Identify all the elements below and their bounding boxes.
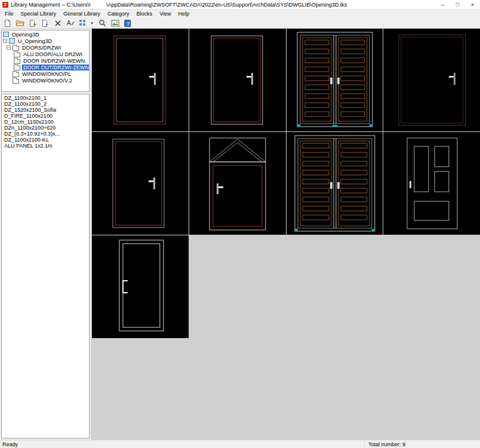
folder-icon xyxy=(14,66,20,70)
find-glyph xyxy=(99,19,106,27)
door-drawing xyxy=(383,132,480,235)
close-button[interactable]: × xyxy=(465,0,480,9)
tree-item-doors-drzwi[interactable]: − DOORS/DRZWI xyxy=(2,44,89,51)
block-list: DZ_1100x2100_1 DZ_1100x2100_2 DZ_1520x21… xyxy=(1,94,90,438)
rename-glyph: A xyxy=(66,19,75,27)
list-item[interactable]: DZ_(0.3+10.92+0.3)x... xyxy=(2,131,89,137)
svg-text:?: ? xyxy=(127,20,130,26)
export-library-glyph xyxy=(29,19,37,27)
status-ready: Ready xyxy=(2,441,18,447)
thumbnail-dz-1100x2100-2[interactable] xyxy=(189,29,286,131)
list-item[interactable]: DZ_1100x2100-KL xyxy=(2,137,89,143)
menu-file[interactable]: File xyxy=(1,10,17,17)
help-glyph: ? xyxy=(124,19,131,27)
library-tree: Opening3D − U_Opening3D − DOORS/DRZWI AL… xyxy=(1,30,90,92)
folder-icon xyxy=(13,46,19,51)
library-icon xyxy=(9,38,15,44)
door-drawing xyxy=(189,29,286,131)
menu-bar: File Special Library General Library Cat… xyxy=(0,10,480,18)
menu-view[interactable]: View xyxy=(156,10,174,17)
help-icon[interactable]: ? xyxy=(122,19,133,28)
preview-area xyxy=(91,29,480,440)
new-library-icon[interactable] xyxy=(2,19,13,28)
chevron-down-icon[interactable]: ▼ xyxy=(90,22,95,25)
menu-blocks[interactable]: Blocks xyxy=(133,10,156,17)
list-item[interactable]: D_FIRE_1100x2100 xyxy=(2,113,89,119)
door-drawing xyxy=(287,29,383,131)
menu-special-library[interactable]: Special Library xyxy=(17,10,60,17)
delete-icon[interactable] xyxy=(53,19,63,28)
thumbnail-d-12cm-1100x2100[interactable] xyxy=(92,132,189,235)
window-title: Library Management -- C:\Users\r xyxy=(11,2,91,8)
tree-item-label: WINDOW/OKNO/PL xyxy=(21,71,72,77)
tree-item-label-selected: DOOR OUT/DRZWI-ZEWN. xyxy=(22,65,90,70)
delete-glyph xyxy=(54,20,61,27)
thumbnail-dz-1100x2100-1[interactable] xyxy=(92,29,189,131)
door-drawing xyxy=(92,132,189,235)
preview-icon[interactable] xyxy=(110,19,120,28)
tree-item-label: DOOR IN/DRZWI-WEWN. xyxy=(22,58,87,64)
open-library-icon[interactable] xyxy=(15,19,25,28)
menu-category[interactable]: Category xyxy=(104,10,133,17)
list-item[interactable]: D_12cm_1100x2100 xyxy=(2,119,89,125)
folder-icon xyxy=(14,53,20,57)
left-panel: Opening3D − U_Opening3D − DOORS/DRZWI AL… xyxy=(0,29,91,440)
window-title-path: \AppData\Roaming\ZWSOFT\ZWCADA\2022\en-U… xyxy=(106,2,347,8)
list-item[interactable]: ALU PANEL 1x2.1m xyxy=(2,143,89,149)
new-library-glyph xyxy=(4,19,11,27)
maximize-button[interactable]: □ xyxy=(450,0,465,9)
list-item[interactable]: DZn_1100x2100+620 xyxy=(2,125,89,131)
thumbnail-dz-1100x2100-kl[interactable] xyxy=(383,132,480,235)
thumbnail-dzn-1100x2100-620[interactable] xyxy=(189,132,286,235)
toolbar: A ▼ ? xyxy=(0,18,480,29)
list-item[interactable]: DZ_1100x2100_2 xyxy=(2,101,89,107)
tree-item-window-okno-pl[interactable]: WINDOW/OKNO/PL xyxy=(2,70,89,77)
find-icon[interactable] xyxy=(97,19,107,28)
tree-item-door-in[interactable]: DOOR IN/DRZWI-WEWN. xyxy=(2,57,89,64)
tree-item-label: ALU DOOR/ALU DRZWI xyxy=(22,51,84,57)
view-mode-icon[interactable] xyxy=(78,19,88,28)
thumbnail-dz-1520x2100-sofia[interactable] xyxy=(287,29,383,131)
door-drawing xyxy=(383,29,480,131)
door-drawing xyxy=(92,235,189,338)
folder-icon xyxy=(13,72,19,77)
status-total-number: Total number: 9 xyxy=(364,440,405,448)
tree-item-opening3d[interactable]: Opening3D xyxy=(2,31,89,38)
export-library-icon[interactable] xyxy=(27,19,38,28)
import-library-glyph xyxy=(41,19,50,27)
tree-item-window-okno-v2[interactable]: WINDOW/OKNO/V.2 xyxy=(2,77,89,84)
menu-general-library[interactable]: General Library xyxy=(60,10,104,17)
import-library-icon[interactable] xyxy=(40,19,50,28)
minimize-button[interactable]: – xyxy=(435,0,450,9)
window-controls: – □ × xyxy=(435,0,480,9)
door-drawing xyxy=(287,132,383,235)
content-area: Opening3D − U_Opening3D − DOORS/DRZWI AL… xyxy=(0,29,480,440)
list-item[interactable]: DZ_1520x2100_Sofia xyxy=(2,107,89,113)
list-item[interactable]: DZ_1100x2100_1 xyxy=(2,95,89,101)
view-mode-glyph xyxy=(79,19,87,27)
tree-item-label: Opening3D xyxy=(11,32,41,38)
tree-item-alu-door[interactable]: ALU DOOR/ALU DRZWI xyxy=(2,51,89,57)
status-bar: Ready Total number: 9 xyxy=(0,440,480,448)
tree-item-u-opening3d[interactable]: − U_Opening3D xyxy=(2,38,89,44)
folder-icon xyxy=(14,59,20,64)
app-icon: Z xyxy=(2,2,8,8)
thumbnail-d-fire-1100x2100[interactable] xyxy=(383,29,480,131)
thumbnail-alu-panel-1x2-1m[interactable] xyxy=(92,235,189,338)
tree-item-label: DOORS/DRZWI xyxy=(21,45,62,51)
tree-item-door-out[interactable]: DOOR OUT/DRZWI-ZEWN. xyxy=(2,64,89,70)
tree-item-label: WINDOW/OKNO/V.2 xyxy=(21,78,73,84)
collapse-icon[interactable]: − xyxy=(3,39,7,43)
thumbnail-grid xyxy=(91,29,480,338)
tree-item-label: U_Opening3D xyxy=(17,38,53,44)
title-bar: Z Library Management -- C:\Users\r \AppD… xyxy=(0,0,480,10)
library-icon xyxy=(3,32,9,37)
collapse-icon[interactable]: − xyxy=(7,45,11,50)
door-drawing xyxy=(92,29,189,131)
menu-help[interactable]: Help xyxy=(174,10,193,17)
svg-text:A: A xyxy=(67,20,71,26)
door-drawing xyxy=(189,132,286,235)
preview-glyph xyxy=(111,20,119,27)
thumbnail-dz-0-3-10-92-0-3[interactable] xyxy=(287,132,383,235)
rename-icon[interactable]: A xyxy=(65,19,75,28)
